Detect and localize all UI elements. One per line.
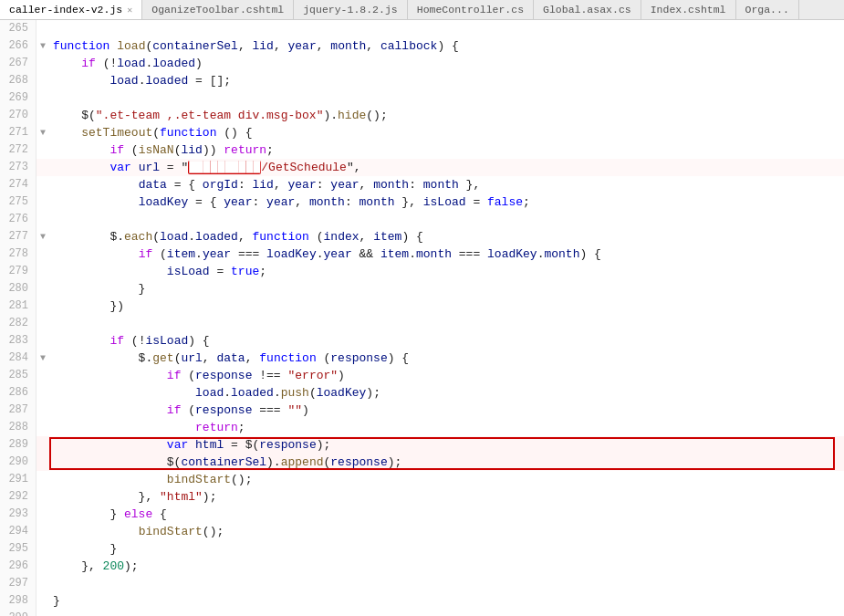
tab-label: caller-index-v2.js <box>9 4 122 16</box>
table-row: 284 ▼ $.get(url, data, function (respons… <box>0 350 844 367</box>
table-row: 283 if (!isLoad) { <box>0 332 844 350</box>
tab-home-controller[interactable]: HomeController.cs <box>408 0 534 19</box>
table-row: 287 if (response === "") <box>0 402 844 419</box>
table-row: 266 ▼ function load(containerSel, lid, y… <box>0 37 844 55</box>
close-icon[interactable]: ✕ <box>127 5 132 16</box>
table-row: 274 data = { orgId: lid, year: year, mon… <box>0 176 844 193</box>
red-box-region: 289 var html = $(response); 290 $(contai… <box>0 436 844 471</box>
tab-bar: caller-index-v2.js ✕ OganizeToolbar.csht… <box>0 0 844 20</box>
table-row: 298 } <box>0 592 844 610</box>
tab-label: jquery-1.8.2.js <box>303 4 398 16</box>
lines-container: 265 266 ▼ function load(containerSel, li… <box>0 20 844 616</box>
tab-global-asax[interactable]: Global.asax.cs <box>534 0 641 19</box>
code-area: 265 266 ▼ function load(containerSel, li… <box>0 20 844 616</box>
table-row: 281 }) <box>0 298 844 315</box>
table-row: 296 }, 200); <box>0 558 844 575</box>
table-row: 288 return; <box>0 419 844 436</box>
table-row: 278 if (item.year === loadKey.year && it… <box>0 245 844 263</box>
tab-label: Global.asax.cs <box>543 4 631 16</box>
table-row: 299 <box>0 610 844 616</box>
code-wrapper: 265 266 ▼ function load(containerSel, li… <box>0 20 844 616</box>
table-row: 269 <box>0 89 844 107</box>
tab-label: OganizeToolbar.cshtml <box>151 4 284 16</box>
table-row: 265 <box>0 20 844 37</box>
tab-label: HomeController.cs <box>417 4 524 16</box>
table-row: 289 var html = $(response); <box>0 436 844 454</box>
tab-label: Orga... <box>745 4 789 16</box>
table-row: 268 load.loaded = []; <box>0 72 844 89</box>
table-row: 297 <box>0 575 844 592</box>
table-row: 273 var url = "██████████/GetSchedule", <box>0 159 844 176</box>
table-row: 292 }, "html"); <box>0 488 844 506</box>
table-row: 276 <box>0 211 844 228</box>
table-row: 293 } else { <box>0 506 844 523</box>
table-row: 295 } <box>0 540 844 558</box>
table-row: 279 isLoad = true; <box>0 263 844 280</box>
table-row: 280 } <box>0 280 844 298</box>
table-row: 294 bindStart(); <box>0 523 844 540</box>
table-row: 267 if (!load.loaded) <box>0 55 844 72</box>
tab-orga[interactable]: Orga... <box>736 0 799 19</box>
table-row: 286 load.loaded.push(loadKey); <box>0 384 844 402</box>
tab-oganize-toolbar[interactable]: OganizeToolbar.cshtml <box>142 0 294 19</box>
tab-caller-index[interactable]: caller-index-v2.js ✕ <box>0 0 142 19</box>
tab-index-cshtml[interactable]: Index.cshtml <box>641 0 736 19</box>
table-row: 285 if (response !== "error") <box>0 367 844 384</box>
table-row: 277 ▼ $.each(load.loaded, function (inde… <box>0 228 844 245</box>
tab-jquery[interactable]: jquery-1.8.2.js <box>294 0 408 19</box>
table-row: 291 bindStart(); <box>0 471 844 488</box>
table-row: 282 <box>0 315 844 332</box>
table-row: 290 $(containerSel).append(response); <box>0 454 844 471</box>
tab-label: Index.cshtml <box>651 4 726 16</box>
table-row: 272 if (isNaN(lid)) return; <box>0 141 844 159</box>
table-row: 270 $(".et-team ,.et-team div.msg-box").… <box>0 107 844 124</box>
table-row: 271 ▼ setTimeout(function () { <box>0 124 844 141</box>
table-row: 275 loadKey = { year: year, month: month… <box>0 193 844 211</box>
